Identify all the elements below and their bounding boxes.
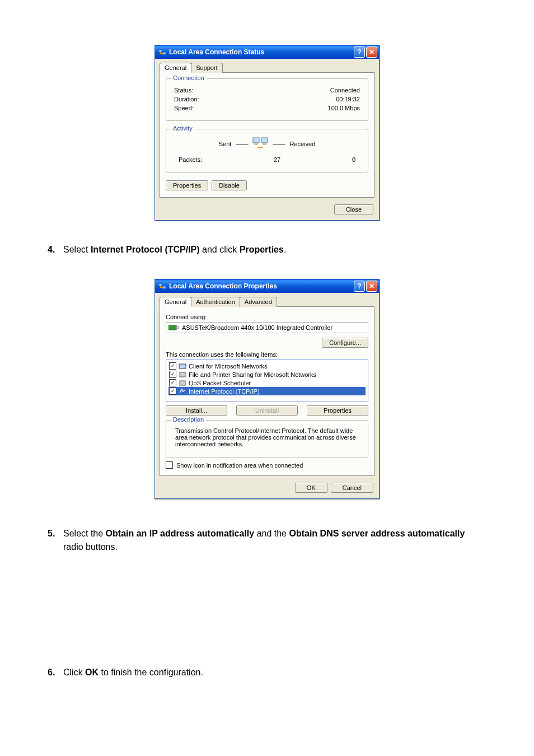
svg-rect-11 xyxy=(180,372,185,377)
item-properties-button[interactable]: Properties xyxy=(307,405,368,416)
cancel-button[interactable]: Cancel xyxy=(331,483,373,493)
install-button[interactable]: Install... xyxy=(166,405,227,416)
uninstall-button: Uninstall xyxy=(236,405,298,416)
client-icon xyxy=(179,363,186,370)
connect-using-label: Connect using: xyxy=(166,314,368,320)
items-list[interactable]: Client for Microsoft Networks File and P… xyxy=(166,360,368,402)
notif-label: Show icon in notification area when conn… xyxy=(176,462,303,469)
svg-rect-12 xyxy=(180,381,185,385)
checkbox-icon[interactable] xyxy=(166,461,173,469)
adapter-field: ASUSTeK/Broadcom 440x 10/100 Integrated … xyxy=(166,322,368,333)
list-item-selected[interactable]: Internet Protocol (TCP/IP) xyxy=(168,387,366,395)
close-button[interactable]: Close xyxy=(334,204,373,214)
properties-button[interactable]: Properties xyxy=(166,180,208,190)
activity-icon xyxy=(252,137,268,151)
packets-received: 0 xyxy=(352,156,355,163)
nic-icon xyxy=(168,324,179,331)
svg-rect-8 xyxy=(168,325,176,330)
speed-value: 100.0 Mbps xyxy=(328,105,360,111)
svg-rect-5 xyxy=(263,143,266,144)
svg-rect-0 xyxy=(159,50,162,52)
svg-rect-2 xyxy=(253,138,259,143)
ok-button[interactable]: OK xyxy=(295,483,327,493)
properties-tabs: General Authentication Advanced xyxy=(155,293,379,306)
duration-label: Duration: xyxy=(174,96,199,102)
tab-general[interactable]: General xyxy=(160,63,191,73)
status-label: Status: xyxy=(174,87,193,94)
dash: —— xyxy=(273,141,285,147)
svg-rect-6 xyxy=(159,284,162,286)
disable-button[interactable]: Disable xyxy=(212,180,247,190)
notification-checkbox-row[interactable]: Show icon in notification area when conn… xyxy=(166,461,368,469)
group-connection-legend: Connection xyxy=(171,74,207,81)
close-icon[interactable]: ✕ xyxy=(366,46,377,58)
group-activity-legend: Activity xyxy=(171,125,195,132)
checkbox-icon[interactable] xyxy=(169,379,176,386)
packets-sent: 27 xyxy=(202,156,352,163)
connection-icon xyxy=(158,48,166,56)
list-item[interactable]: Client for Microsoft Networks xyxy=(168,362,366,370)
step5-num: 5. xyxy=(48,527,63,540)
status-titlebar[interactable]: Local Area Connection Status ? ✕ xyxy=(155,45,379,59)
status-tabs: General Support xyxy=(155,59,379,72)
svg-rect-10 xyxy=(179,364,186,368)
properties-title: Local Area Connection Properties xyxy=(169,282,354,290)
svg-rect-4 xyxy=(255,143,257,144)
adapter-name: ASUSTeK/Broadcom 440x 10/100 Integrated … xyxy=(182,324,332,331)
list-item[interactable]: QoS Packet Scheduler xyxy=(168,379,366,387)
instruction-5: 5. Select the Obtain an IP address autom… xyxy=(48,527,486,554)
duration-value: 00:19:32 xyxy=(336,96,360,102)
group-activity: Activity Sent —— —— Received xyxy=(166,129,368,172)
instruction-6: 6. Click OK to finish the configuration. xyxy=(48,666,486,679)
status-title: Local Area Connection Status xyxy=(169,48,354,56)
received-label: Received xyxy=(289,141,315,147)
svg-rect-9 xyxy=(176,326,179,329)
svg-rect-3 xyxy=(261,138,268,143)
uses-label: This connection uses the following items… xyxy=(166,351,368,358)
desc-text: Transmission Control Protocol/Internet P… xyxy=(173,426,361,451)
group-connection: Connection Status: Connected Duration: 0… xyxy=(166,78,368,121)
share-icon xyxy=(179,371,186,378)
desc-legend: Description xyxy=(171,416,206,423)
instruction-4: 4. Select Internet Protocol (TCP/IP) and… xyxy=(48,243,486,256)
checkbox-icon[interactable] xyxy=(169,371,176,378)
configure-button[interactable]: Configure... xyxy=(322,338,368,348)
packets-label: Packets: xyxy=(179,156,202,163)
tab-advanced[interactable]: Advanced xyxy=(240,297,277,307)
properties-titlebar[interactable]: Local Area Connection Properties ? ✕ xyxy=(155,279,379,293)
status-dialog: Local Area Connection Status ? ✕ General… xyxy=(154,45,380,221)
properties-dialog: Local Area Connection Properties ? ✕ Gen… xyxy=(154,279,380,499)
dash: —— xyxy=(236,141,248,147)
sent-label: Sent xyxy=(219,141,232,147)
connection-icon xyxy=(158,282,166,290)
tab-general[interactable]: General xyxy=(160,297,191,307)
step4-num: 4. xyxy=(48,243,63,256)
group-description: Description Transmission Control Protoco… xyxy=(166,420,368,458)
speed-label: Speed: xyxy=(174,105,194,111)
tcpip-icon xyxy=(179,388,186,395)
step6-num: 6. xyxy=(48,666,63,679)
help-icon[interactable]: ? xyxy=(354,281,365,292)
close-icon[interactable]: ✕ xyxy=(366,281,377,292)
checkbox-icon[interactable] xyxy=(169,362,176,370)
checkbox-icon[interactable] xyxy=(169,388,176,395)
tab-authentication[interactable]: Authentication xyxy=(191,297,240,307)
list-item[interactable]: File and Printer Sharing for Microsoft N… xyxy=(168,370,366,379)
qos-icon xyxy=(179,380,186,386)
status-value: Connected xyxy=(330,87,360,94)
help-icon[interactable]: ? xyxy=(354,46,365,58)
tab-support[interactable]: Support xyxy=(191,63,223,73)
